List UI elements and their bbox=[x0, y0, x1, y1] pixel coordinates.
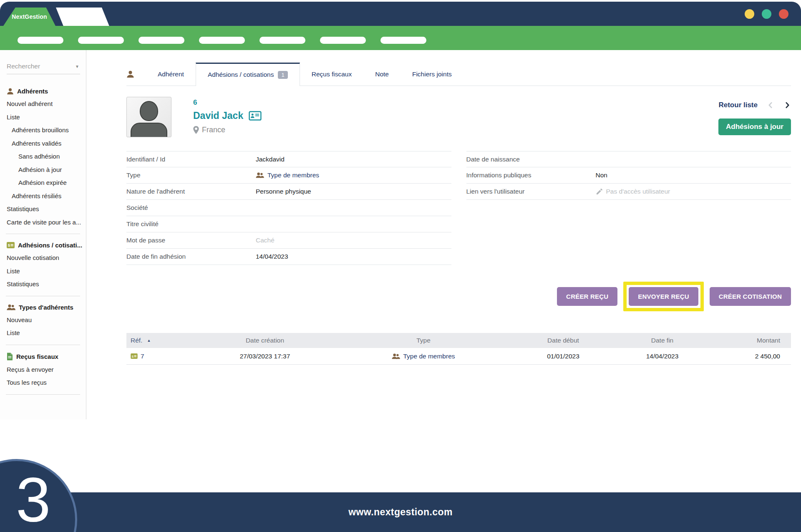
tab-adherent[interactable]: Adhérent bbox=[146, 63, 196, 86]
svg-text:$: $ bbox=[132, 355, 134, 358]
people-icon bbox=[7, 304, 15, 310]
pencil-icon bbox=[596, 188, 603, 195]
col-type-header[interactable]: Type bbox=[330, 337, 517, 344]
tab-fichiers-joints[interactable]: Fichiers joints bbox=[400, 63, 463, 86]
record-id: 6 bbox=[193, 98, 262, 107]
id-card-icon[interactable] bbox=[249, 111, 262, 121]
people-icon bbox=[256, 172, 264, 178]
window-titlebar: NextGestion bbox=[0, 2, 801, 26]
sidebar-item-adherents-brouillons[interactable]: Adhérents brouillons bbox=[0, 124, 86, 137]
sidebar-item-sans-adhesion[interactable]: Sans adhésion bbox=[0, 150, 86, 163]
chevron-left-icon[interactable] bbox=[767, 101, 774, 109]
footer-bar: www.nextgestion.com bbox=[0, 492, 801, 532]
sort-asc-icon: ▲ bbox=[147, 338, 151, 343]
col-date-debut-header[interactable]: Date début bbox=[517, 337, 609, 344]
member-country: France bbox=[202, 126, 225, 134]
tab-recus-fiscaux[interactable]: Reçus fiscaux bbox=[300, 63, 363, 86]
sidebar-divider bbox=[6, 345, 80, 345]
sidebar-item-adherents-valides[interactable]: Adhérents validés bbox=[0, 137, 86, 150]
sidebar-section-adhesions: $ Adhésions / cotisati... bbox=[0, 239, 86, 251]
sidebar-item-recus-a-envoyer[interactable]: Reçus à envoyer bbox=[0, 363, 86, 376]
sidebar-item-liste-cotisations[interactable]: Liste bbox=[0, 265, 86, 278]
mot-de-passe-value: Caché bbox=[256, 237, 275, 244]
adhesions-a-jour-button[interactable]: Adhésions à jour bbox=[718, 119, 791, 135]
membership-card-icon: $ bbox=[7, 242, 15, 248]
row-date-creation: 27/03/2023 17:37 bbox=[200, 353, 330, 360]
envoyer-recu-button[interactable]: ENVOYER REÇU bbox=[629, 287, 698, 306]
action-buttons: CRÉER REÇU ENVOYER REÇU CRÉER COTISATION bbox=[126, 282, 791, 311]
location-pin-icon bbox=[193, 126, 199, 134]
cotisations-table: Réf. ▲ Date création Type Date début Dat… bbox=[126, 333, 791, 365]
sidebar-nav: Adhérents Nouvel adhérent Liste Adhérent… bbox=[0, 85, 86, 395]
infos-publiques-value: Non bbox=[596, 171, 607, 179]
website-url: www.nextgestion.com bbox=[348, 507, 453, 518]
sidebar-item-liste-types[interactable]: Liste bbox=[0, 326, 86, 340]
brand-logo-text: NextGestion bbox=[12, 13, 47, 20]
people-icon bbox=[392, 353, 400, 359]
col-date-fin-header[interactable]: Date fin bbox=[609, 337, 715, 344]
detail-row-type: Type Type de membres bbox=[126, 167, 451, 184]
table-header-row: Réf. ▲ Date création Type Date début Dat… bbox=[126, 333, 791, 348]
tab-note[interactable]: Note bbox=[363, 63, 400, 86]
chevron-right-icon[interactable] bbox=[783, 101, 791, 109]
sidebar-item-adhesion-expiree[interactable]: Adhésion expirée bbox=[0, 176, 86, 189]
nav-placeholder-pill[interactable] bbox=[320, 37, 366, 44]
search-combobox[interactable]: Rechercher ▼ bbox=[7, 63, 80, 74]
sidebar-item-carte-de-visite[interactable]: Carte de visite pour les a... bbox=[0, 216, 86, 229]
row-type-link[interactable]: Type de membres bbox=[330, 353, 517, 360]
sidebar-item-statistiques-cotisations[interactable]: Statistiques bbox=[0, 277, 86, 291]
main-content: Adhérent Adhésions / cotisations 1 Reçus… bbox=[86, 50, 801, 492]
chevron-down-icon[interactable]: ▼ bbox=[75, 64, 79, 69]
nav-placeholder-pill[interactable] bbox=[199, 37, 245, 44]
col-date-creation-header[interactable]: Date création bbox=[200, 337, 330, 344]
membership-card-icon: $ bbox=[131, 353, 138, 359]
detail-row-date-fin-adhesion: Date de fin adhésion 14/04/2023 bbox=[126, 249, 451, 265]
sidebar-divider bbox=[6, 296, 80, 296]
tab-adhesions-cotisations[interactable]: Adhésions / cotisations 1 bbox=[196, 63, 300, 86]
member-name: David Jack bbox=[193, 110, 243, 121]
type-de-membres-link[interactable]: Type de membres bbox=[256, 171, 319, 179]
decorative-tab-shape bbox=[56, 8, 109, 26]
sidebar-item-adherents-resilies[interactable]: Adhérents résiliés bbox=[0, 189, 86, 203]
date-fin-adhesion-value: 14/04/2023 bbox=[256, 253, 288, 260]
nav-placeholder-pill[interactable] bbox=[259, 37, 305, 44]
sidebar-section-adherents: Adhérents bbox=[0, 85, 86, 97]
col-montant-header[interactable]: Montant bbox=[715, 337, 791, 344]
col-ref-header[interactable]: Réf. ▲ bbox=[126, 337, 200, 344]
detail-row-infos-publiques: Informations publiques Non bbox=[466, 167, 791, 184]
nav-placeholder-pill[interactable] bbox=[139, 37, 184, 44]
sidebar-item-tous-les-recus[interactable]: Tous les reçus bbox=[0, 376, 86, 389]
sidebar-item-statistiques-adherents[interactable]: Statistiques bbox=[0, 202, 86, 216]
step-number-badge: 3 bbox=[0, 459, 77, 532]
nav-placeholder-pill[interactable] bbox=[380, 37, 426, 44]
main-nav-bar bbox=[0, 26, 801, 50]
person-icon bbox=[7, 88, 14, 95]
sidebar-item-nouvel-adherent[interactable]: Nouvel adhérent bbox=[0, 97, 86, 111]
creer-cotisation-button[interactable]: CRÉER COTISATION bbox=[710, 287, 791, 306]
profile-header: 6 David Jack France Retour liste bbox=[126, 97, 791, 137]
search-placeholder: Rechercher bbox=[7, 63, 40, 70]
detail-row-titre-civilite: Titre civilité bbox=[126, 216, 451, 232]
sidebar-item-liste-adherents[interactable]: Liste bbox=[0, 111, 86, 124]
window-dot-red-icon bbox=[779, 9, 788, 19]
sidebar: Rechercher ▼ Adhérents Nouvel adhérent L… bbox=[0, 50, 86, 419]
record-navigation: Retour liste Adhésions à jour bbox=[718, 97, 791, 137]
sidebar-item-adhesion-a-jour[interactable]: Adhésion à jour bbox=[0, 163, 86, 176]
details-right-column: Date de naissance Informations publiques… bbox=[466, 151, 791, 200]
detail-row-societe: Société bbox=[126, 200, 451, 216]
row-date-debut: 01/01/2023 bbox=[517, 353, 609, 360]
avatar bbox=[126, 97, 171, 137]
sidebar-item-nouvelle-cotisation[interactable]: Nouvelle cotisation bbox=[0, 251, 86, 265]
table-row[interactable]: $ 7 27/03/2023 17:37 Type de membres 01/… bbox=[126, 348, 791, 365]
highlight-box: ENVOYER REÇU bbox=[623, 282, 703, 311]
creer-recu-button[interactable]: CRÉER REÇU bbox=[557, 287, 617, 306]
lien-utilisateur-value[interactable]: Pas d'accès utilisateur bbox=[596, 188, 670, 195]
app-window: NextGestion Rechercher ▼ Adhérents bbox=[0, 0, 801, 532]
detail-row-lien-utilisateur: Lien vers l'utilisateur Pas d'accès util… bbox=[466, 184, 791, 200]
nav-placeholder-pill[interactable] bbox=[18, 37, 63, 44]
row-ref-value[interactable]: 7 bbox=[141, 353, 144, 360]
brand-tab: NextGestion bbox=[3, 8, 55, 26]
sidebar-item-nouveau-type[interactable]: Nouveau bbox=[0, 313, 86, 327]
back-to-list-link[interactable]: Retour liste bbox=[718, 101, 758, 109]
nav-placeholder-pill[interactable] bbox=[78, 37, 124, 44]
